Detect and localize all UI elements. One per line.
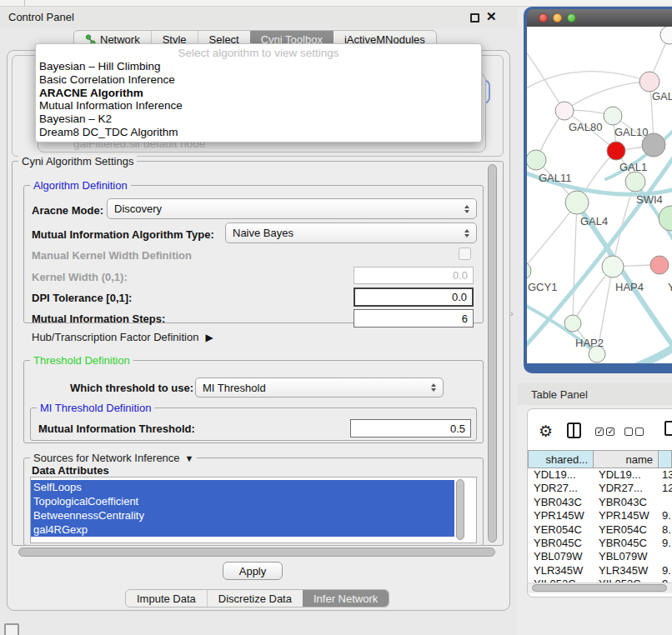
list-item-selfloops[interactable]: SelfLoops [31,480,454,494]
mi-threshold-definition-title: MI Threshold Definition [37,402,154,414]
network-node-swi4[interactable] [625,172,645,192]
stepper-icon [464,229,469,238]
apply-button[interactable]: Apply [223,562,283,580]
split-columns-icon[interactable] [567,422,581,438]
list-item-betweennesscentrality[interactable]: BetweennessCentrality [31,508,454,522]
tab-discretize-data[interactable]: Discretize Data [207,590,303,607]
network-window-titlebar[interactable] [527,9,672,27]
stepper-icon [464,205,469,213]
control-panel-title: Control Panel [8,11,74,23]
panel-divider-arrow-icon[interactable]: › [510,308,514,318]
table-row[interactable]: YBR043CYBR043C [528,496,672,509]
node-label: GAL80 [569,121,602,133]
hub-definition-label: Hub/Transcription Factor Definition [32,331,198,343]
node-label: GAL11 [539,172,572,184]
settings-vertical-scrollbar[interactable] [488,164,497,542]
node-label: Y [668,281,672,293]
table-body: YDL19...YDL19...13 YDR27...YDR27...12 YB… [528,468,672,583]
float-window-icon[interactable] [470,13,479,22]
mi-type-combo[interactable]: Naive Bayes [225,222,477,243]
data-attributes-label: Data Attributes [32,464,109,477]
table-row[interactable]: YER054CYER054C8. [528,523,672,537]
list-item-topologicalcoefficient[interactable]: TopologicalCoefficient [31,494,454,508]
dpi-tolerance-value: 0.0 [452,291,467,303]
list-vertical-scrollbar[interactable] [456,479,464,540]
dropdown-item-aracne[interactable]: ARACNE Algorithm [36,87,481,100]
manual-kernel-label: Manual Kernel Width Definition [32,249,192,262]
kernel-width-label: Kernel Width (0,1): [32,271,128,283]
dpi-tolerance-field[interactable]: 0.0 [354,288,474,307]
algorithm-dropdown: Select algorithm to view settings Bayesi… [35,43,482,142]
table-row[interactable]: YBR045CYBR045C9. [528,537,672,550]
network-node-hap4[interactable] [602,256,624,278]
hub-definition-row[interactable]: Hub/Transcription Factor Definition ▶ [32,331,213,343]
dropdown-item-bayesian-k2[interactable]: Bayesian – K2 [36,112,481,126]
mi-threshold-value: 0.5 [450,422,465,435]
control-panel-titlebar [0,7,517,28]
table-row[interactable]: YDR27...YDR27...12 [528,482,672,495]
tab-impute-data[interactable]: Impute Data [126,590,207,607]
close-icon[interactable]: ✕ [486,9,497,24]
network-node-gal1-selected[interactable] [607,142,625,160]
list-item-gal4rgexp[interactable]: gal4RGexp [31,522,454,537]
dropdown-placeholder: Select algorithm to view settings [36,47,481,60]
toolbar-divider [24,0,25,7]
window-minimize-button[interactable] [553,13,562,22]
aracne-mode-combo[interactable]: Discovery [107,198,477,219]
network-node-gal10[interactable] [604,107,622,125]
dropdown-item-basic-correlation[interactable]: Basic Correlation Inference [36,73,481,87]
kernel-width-field[interactable]: 0.0 [354,267,474,284]
tab-label: Discretize Data [218,592,292,605]
dropdown-item-dream8[interactable]: Dream8 DC_TDC Algorithm [36,126,481,139]
table-row[interactable]: YPR145WYPR145W9. [528,509,672,522]
tab-infer-network[interactable]: Infer Network [303,590,389,607]
mi-steps-value: 6 [462,312,468,325]
collapse-arrow-icon[interactable]: ▼ [185,453,194,463]
table-row[interactable]: YBL079WYBL079W [528,550,672,563]
column-header-shared-name[interactable]: shared... [528,450,594,468]
node-label: HAP4 [615,281,644,293]
network-node[interactable] [660,27,672,44]
node-label: GAL1 [619,161,647,173]
aracne-mode-label: Aracne Mode: [32,204,103,217]
aracne-mode-value: Discovery [114,202,162,215]
network-view-canvas[interactable]: GAL GAL80 GAL10 GAL1 GAL11 SWI4 GAL4 GCY… [527,27,672,363]
dropdown-item-mutual-information[interactable]: Mutual Information Inference [36,99,481,112]
table-horizontal-scrollbar[interactable] [532,584,667,592]
expand-arrow-icon[interactable]: ▶ [205,332,213,343]
network-node-gcy1[interactable] [527,262,531,280]
new-page-icon[interactable] [664,421,672,436]
mi-steps-field[interactable]: 6 [354,309,474,328]
network-node-hap2[interactable] [564,315,581,332]
network-node[interactable] [639,72,659,92]
node-label: HAP2 [575,337,604,349]
node-label: GAL10 [614,126,648,138]
which-threshold-combo[interactable]: MI Threshold [195,378,444,398]
network-node-salmon[interactable] [650,256,669,274]
table-row[interactable]: YDL19...YDL19...13 [528,468,672,482]
kernel-width-value: 0.0 [453,269,468,282]
dropdown-item-bayesian-hill-climbing[interactable]: Bayesian – Hill Climbing [36,60,481,73]
bottom-tabstrip: Impute Data Discretize Data Infer Networ… [125,589,389,608]
stepper-icon [431,383,436,392]
minimized-panel-icon[interactable] [4,623,19,635]
deselect-all-checkboxes-icon[interactable] [624,428,644,436]
mi-threshold-field[interactable]: 0.5 [350,419,471,438]
table-row[interactable]: YLR345WYLR345W9. [528,564,672,578]
network-node[interactable] [659,206,672,231]
column-header-partial[interactable] [659,450,672,468]
node-label: GAL [652,90,672,102]
window-close-button[interactable] [539,13,548,22]
tab-label: Infer Network [313,592,378,605]
settings-horizontal-scrollbar[interactable] [18,548,495,557]
gear-icon[interactable]: ⚙ [539,423,553,439]
table-header-row: shared... name [528,450,672,468]
manual-kernel-checkbox[interactable] [459,248,471,260]
column-header-name[interactable]: name [594,450,659,468]
network-node-gal80[interactable] [555,102,574,120]
network-node-gal11[interactable] [527,150,546,170]
app-screen: Control Panel ✕ Network Style Select Cyn… [0,0,672,635]
select-all-checkboxes-icon[interactable] [595,428,614,436]
network-node-gal4[interactable] [565,191,589,214]
window-zoom-button[interactable] [567,13,576,22]
